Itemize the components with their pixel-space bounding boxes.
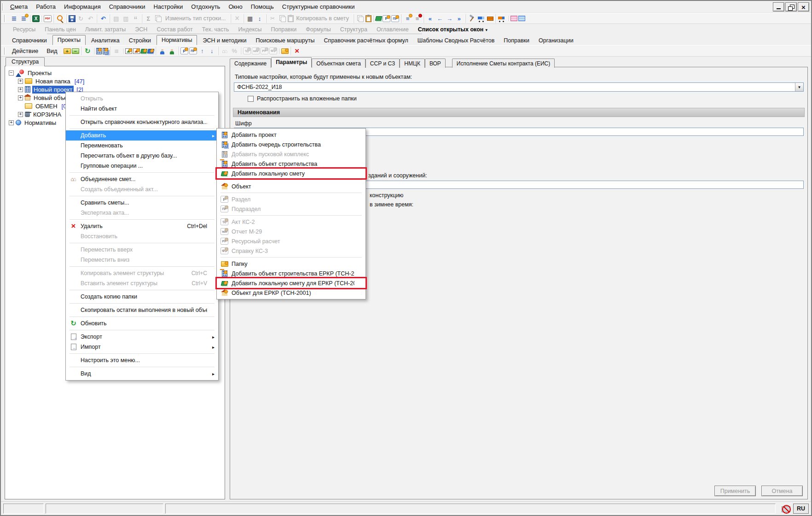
menubar-item[interactable]: Информация	[60, 1, 105, 12]
context-menu-item[interactable]: Вставить элемент структуры Ctrl+V	[66, 278, 218, 288]
document-tab[interactable]: Ресурсы	[8, 25, 40, 34]
right-panel-tab[interactable]: Содержание	[230, 59, 271, 68]
context-menu-item[interactable]: Импорт	[66, 342, 218, 352]
toolbar-grip[interactable]	[2, 3, 4, 11]
submenu-item[interactable]: Отчет М-29	[217, 227, 365, 236]
document-tab[interactable]: ЭСН	[130, 25, 152, 34]
collapse-folder-icon[interactable]	[72, 48, 79, 54]
indent-inc-icon[interactable]	[445, 14, 454, 23]
document-tab[interactable]: Структура	[336, 25, 372, 34]
new-folder-icon[interactable]	[281, 48, 289, 54]
menubar-item[interactable]: Смета	[6, 1, 32, 12]
submenu-item[interactable]: Добавить очередь строительства	[217, 140, 365, 149]
norm-book-icon[interactable]	[375, 16, 382, 21]
context-menu-item[interactable]	[66, 365, 218, 369]
context-menu-item[interactable]: Открыть	[66, 94, 218, 104]
close-icon[interactable]	[798, 2, 809, 12]
menubar-item[interactable]: Справочники	[105, 1, 150, 12]
context-menu-item[interactable]: Обновить	[66, 318, 218, 328]
submenu-item[interactable]: Подраздел	[217, 204, 365, 214]
context-menu-item[interactable]: Групповые операции ...	[66, 161, 218, 171]
context-menu-item[interactable]: Копировать элемент структуры Ctrl+C	[66, 268, 218, 278]
book-blue-icon[interactable]	[147, 49, 154, 53]
right-panel-tab[interactable]: Объектная смета	[312, 59, 365, 68]
cancel-button[interactable]: Отмена	[761, 486, 803, 496]
excel-export-icon[interactable]	[32, 15, 40, 22]
catalog-tab[interactable]: Организации	[534, 36, 578, 45]
ks2-icon[interactable]	[243, 47, 251, 54]
add-queue-icon[interactable]	[103, 48, 108, 54]
catalog-tab[interactable]: Аналитика	[87, 36, 124, 45]
razdel-add-icon[interactable]	[180, 47, 188, 54]
context-menu-item[interactable]: Создать копию папки	[66, 292, 218, 302]
price-books-icon[interactable]	[510, 16, 517, 21]
context-menu-item[interactable]	[66, 352, 218, 355]
context-menu-item[interactable]: Объединение смет...	[66, 174, 218, 184]
indent-dec2-icon[interactable]	[426, 14, 435, 23]
catalog-tab[interactable]: Шаблоны Сводных Расчётов	[413, 36, 499, 45]
submenu-item[interactable]: Добавить объект строительства ЕРКР (ТСН-…	[217, 269, 365, 278]
context-menu-item[interactable]: Сравнить сметы...	[66, 198, 218, 208]
undo-window-icon[interactable]	[99, 14, 108, 23]
resources-icon[interactable]	[468, 14, 476, 23]
restore-icon[interactable]	[785, 2, 797, 12]
right-panel-tab[interactable]: ВОР	[425, 59, 446, 68]
apply-button[interactable]: Применить	[714, 486, 756, 496]
submenu-item[interactable]: Справку КС-3	[217, 246, 365, 256]
expand-folder-icon[interactable]	[64, 48, 71, 54]
context-menu-item[interactable]	[66, 127, 218, 130]
context-menu-item[interactable]: Открыть справочник конъюнктурного анализ…	[66, 117, 218, 127]
insert-row-icon[interactable]	[403, 14, 412, 23]
merge-icon[interactable]	[220, 47, 229, 55]
context-menu-item[interactable]	[66, 194, 218, 198]
object-img-icon[interactable]	[125, 48, 132, 54]
context-menu-item[interactable]: Переместить вниз	[66, 255, 218, 265]
materials-icon[interactable]	[487, 17, 493, 21]
tree-item[interactable]: Новая папка [47]	[6, 77, 224, 85]
up-icon[interactable]	[198, 47, 207, 55]
copy-icon[interactable]	[278, 14, 287, 23]
propagate-checkbox[interactable]	[248, 96, 254, 102]
document-tab[interactable]: Лимит. затраты	[81, 25, 131, 34]
menubar-item[interactable]: Структурные справочники	[278, 1, 359, 12]
context-menu-item[interactable]	[66, 328, 218, 332]
context-menu-item[interactable]: Найти объект	[66, 104, 218, 114]
submenu-item[interactable]: Объект	[217, 182, 365, 191]
expander-icon[interactable]	[18, 79, 23, 84]
context-menu-item[interactable]: Восстановить	[66, 231, 218, 241]
expander-icon[interactable]	[18, 112, 23, 117]
submenu-item[interactable]: Добавить пусковой комплекс	[217, 149, 365, 159]
menubar-item[interactable]: Окно	[224, 1, 246, 12]
document-tab[interactable]: Формулы	[301, 25, 335, 34]
norm-books-icon[interactable]	[518, 16, 525, 21]
context-menu-item[interactable]	[66, 114, 218, 117]
context-menu-item[interactable]: Настроить это меню...	[66, 355, 218, 365]
document-tab[interactable]: Индексы	[234, 25, 267, 34]
context-menu-item[interactable]	[66, 302, 218, 305]
chevron-down-icon[interactable]	[795, 83, 803, 91]
document-tab[interactable]: Панель цен	[40, 25, 81, 34]
grid-small-icon[interactable]	[112, 47, 121, 55]
save-icon[interactable]	[69, 15, 75, 22]
submenu-item[interactable]: Акт КС-2	[217, 217, 365, 227]
context-menu-item[interactable]: Пересчитать объект в другую базу...	[66, 151, 218, 161]
transport-icon[interactable]	[498, 14, 506, 23]
paste-icon[interactable]	[288, 15, 294, 22]
submenu-item[interactable]	[217, 214, 365, 217]
indent-inc2-icon[interactable]	[455, 14, 464, 23]
expander-icon[interactable]	[9, 70, 14, 76]
right-panel-tab[interactable]: Параметры	[271, 57, 312, 67]
context-menu-item[interactable]: Переименовать	[66, 141, 218, 151]
catalog-tab[interactable]: Поисковые маршруты	[251, 36, 319, 45]
add-project-icon[interactable]	[96, 48, 102, 54]
context-menu-item[interactable]: Создать объединенный акт...	[66, 184, 218, 194]
tab-structure[interactable]: Структура	[6, 57, 45, 66]
razdel-add-icon[interactable]	[383, 15, 390, 22]
menubar-item[interactable]: Работа	[32, 1, 60, 12]
context-menu-item[interactable]: Переместить вверх	[66, 245, 218, 255]
context-menu-item[interactable]: Вид	[66, 369, 218, 379]
context-menu-item[interactable]: Скопировать остатки выполнения в новый о…	[66, 305, 218, 315]
toolbar-grip[interactable]	[4, 47, 6, 55]
recalc-icon[interactable]	[144, 14, 153, 23]
catalog-tab[interactable]: Поправки	[499, 36, 534, 45]
